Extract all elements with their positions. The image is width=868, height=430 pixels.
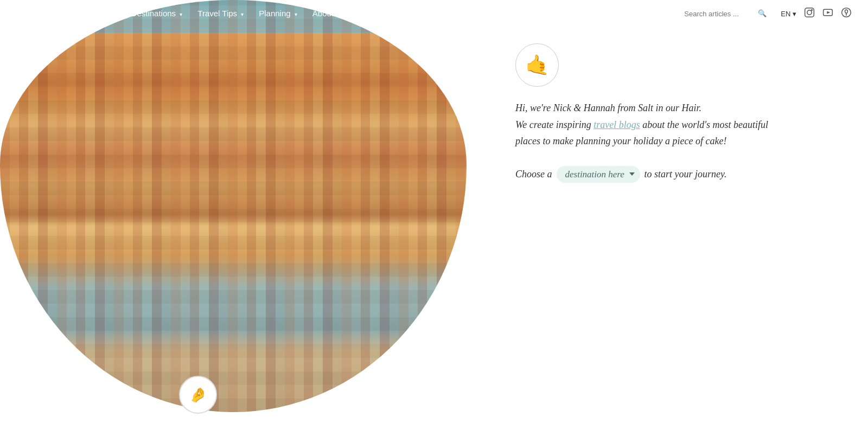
choose-destination-line: Choose a destination here Italy France G… (515, 166, 835, 183)
building-overlay (0, 0, 467, 412)
travel-blogs-link[interactable]: travel blogs (593, 119, 640, 130)
nav-about[interactable]: About us (312, 9, 344, 18)
language-selector[interactable]: EN ▾ (781, 10, 796, 18)
nav-destinations[interactable]: Destinations ▾ (131, 9, 183, 18)
svg-point-2 (812, 10, 813, 11)
top-section: 🤌 🤙 Hi, we're Nick & Hannah from Salt in… (0, 0, 868, 430)
wave-hand-icon: 🤙 (515, 43, 559, 87)
nav-travel-tips[interactable]: Travel Tips ▾ (197, 9, 244, 18)
hero-photo (0, 0, 467, 412)
pinterest-icon[interactable] (841, 7, 852, 20)
hero-blob (0, 0, 467, 412)
search-box[interactable]: 🔍 (678, 7, 773, 20)
navbar: SALT IN OUR HAIR Destinations ▾ Travel T… (0, 0, 868, 27)
instagram-icon[interactable] (804, 7, 815, 20)
search-input[interactable] (684, 10, 755, 18)
svg-rect-0 (805, 8, 814, 17)
nav-links: Destinations ▾ Travel Tips ▾ Planning ▾ … (131, 9, 379, 18)
hero-left: 🤌 (0, 0, 472, 430)
svg-point-1 (807, 10, 812, 15)
intro-text: Hi, we're Nick & Hannah from Salt in our… (515, 100, 787, 150)
hero-right: 🤙 Hi, we're Nick & Hannah from Salt in o… (472, 0, 868, 430)
youtube-icon[interactable] (822, 7, 833, 20)
site-logo[interactable]: SALT IN OUR HAIR (16, 8, 115, 20)
page-layout: SALT IN OUR HAIR Destinations ▾ Travel T… (0, 0, 868, 430)
svg-marker-4 (827, 11, 830, 14)
destination-dropdown[interactable]: destination here Italy France Greece Spa… (557, 166, 640, 183)
nav-planning[interactable]: Planning ▾ (259, 9, 297, 18)
nav-shop[interactable]: Shop (360, 9, 379, 18)
italy-card-icon: 🤌 (179, 376, 217, 414)
search-icon: 🔍 (758, 9, 767, 18)
nav-right: 🔍 EN ▾ (678, 7, 852, 20)
